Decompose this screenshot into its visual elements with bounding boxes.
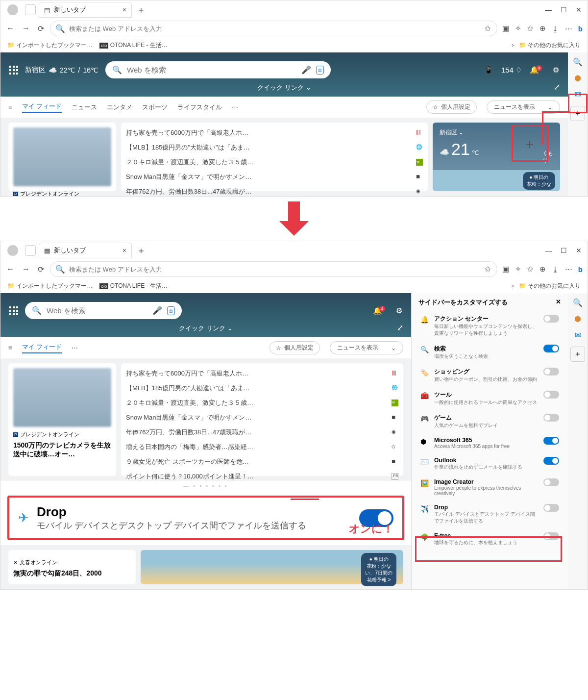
imported-bookmarks-folder[interactable]: 📁 インポートしたブックマー… [7,282,93,290]
feed-tab-entertainment[interactable]: エンタメ [107,103,132,112]
close-window-button[interactable]: ✕ [576,247,582,254]
featured-news-card[interactable]: P プレジデントオンライン 1500万円のテレビカメラを生放送中に破壊…オー… [8,363,116,476]
notifications-bell-icon[interactable]: 🔔4 [373,306,388,315]
refresh-button[interactable]: ⟳ [36,263,46,276]
feed-tab-more[interactable]: ⋯ [72,344,78,351]
favorites-icon[interactable]: ✩ [526,264,535,275]
screenshot-icon[interactable]: ▣ [501,23,510,34]
workspaces-icon[interactable] [25,4,36,15]
quick-links-toggle[interactable]: クイック リンク ⌄ [9,324,402,333]
favorite-icon[interactable]: ✩ [484,23,492,34]
collections-icon[interactable]: ⊕ [539,264,547,275]
sidebar-add-button[interactable]: ＋ [570,347,585,362]
close-window-button[interactable]: ✕ [576,6,582,14]
settings-gear-icon[interactable]: ⚙ [553,66,559,75]
weather-map-card[interactable]: ● 明日の花粉：少ない、7日間の花粉予報 > [141,550,403,584]
headline-item[interactable]: 持ち家を売って6000万円で「高級老人ホ…‖‖ [126,125,423,140]
mobile-icon[interactable]: 📱 [484,66,493,75]
personalize-button[interactable]: ☆ 個人用設定 [270,341,320,354]
quick-links-toggle[interactable]: クイック リンク ⌄ [9,83,559,92]
new-tab-button[interactable]: ＋ [137,245,146,256]
feed-tab-myfeed[interactable]: マイ フィード [22,343,62,353]
weather-summary[interactable]: 新宿区 ☁️ 22℃ / 16℃ [25,66,98,75]
app-launcher-icon[interactable] [9,306,18,315]
personalize-button[interactable]: ☆ 個人用設定 [426,100,477,114]
headline-item[interactable]: Snow Man目黒蓮「金スマ」で明かすメン…◼ [126,410,398,425]
back-button[interactable]: ← [4,263,16,275]
sidebar-search-icon[interactable]: 🔍 [573,298,583,307]
address-input[interactable] [69,25,480,32]
downloads-icon[interactable]: ⭳ [551,264,560,275]
bing-icon[interactable]: b [577,264,584,275]
item-toggle[interactable] [543,345,559,352]
feed-tab-news[interactable]: ニュース [72,103,97,112]
expand-icon[interactable]: ⤢ [554,82,560,92]
item-toggle[interactable] [543,478,559,486]
image-search-icon[interactable]: ⧈ [167,306,175,315]
sidebar-search-icon[interactable]: 🔍 [573,57,583,67]
workspaces-icon[interactable] [25,245,36,256]
feed-menu-icon[interactable]: ≡ [8,103,12,111]
carousel-dots[interactable]: — • • • • • • [0,481,411,491]
headline-item[interactable]: 年俸762万円、労働日数38日...47歳現職が…◉ [126,425,398,440]
news-display-select[interactable]: ニュースを表示 ⌄ [330,341,403,354]
screenshot-icon[interactable]: ▣ [501,264,510,275]
item-toggle[interactable] [543,368,559,375]
feed-menu-icon[interactable]: ≡ [8,344,12,351]
extensions-icon[interactable]: ✧ [514,264,522,275]
bing-icon[interactable]: b [577,24,584,34]
address-input[interactable] [69,266,480,273]
browser-tab[interactable]: ▤ 新しいタブ × [39,2,132,18]
bookmarks-overflow-icon[interactable]: › [512,42,514,49]
headline-item[interactable]: ポイント何に使う？10,000ポイント進呈！…PR [126,469,398,481]
downloads-icon[interactable]: ⭳ [551,24,560,34]
feed-tab-more[interactable]: ⋯ [232,103,238,111]
web-search-box[interactable]: 🔍 🎤 ⧈ [105,61,331,78]
otona-life-bookmark[interactable]: olo OTONA LIFE - 生活… [99,282,168,290]
headline-item[interactable]: Snow Man目黒蓮「金スマ」で明かすメン…◼ [126,170,423,184]
rewards-points[interactable]: 154 ♢ [501,66,522,75]
profile-avatar[interactable] [7,4,18,15]
browser-tab[interactable]: ▤ 新しいタブ × [39,243,132,258]
collections-icon[interactable]: ⊕ [539,23,547,34]
featured-news-card[interactable]: P プレジデントオンライン [8,123,116,191]
voice-search-icon[interactable]: 🎤 [152,306,162,315]
bookmarks-overflow-icon[interactable]: › [512,282,514,289]
headline-item[interactable]: 年俸762万円、労働日数38日...47歳現職が…◉ [126,184,423,196]
more-icon[interactable]: ⋯ [564,23,573,34]
profile-avatar[interactable] [7,245,18,256]
web-search-box[interactable]: 🔍 🎤 ⧈ [25,302,182,319]
maximize-button[interactable]: ☐ [561,6,567,14]
image-search-icon[interactable]: ⧈ [316,66,324,75]
imported-bookmarks-folder[interactable]: 📁 インポートしたブックマー… [7,41,93,50]
headline-item[interactable]: ２０キロ減量・渡辺直美、激変した３５歳…w [126,396,398,410]
close-panel-icon[interactable]: ✕ [556,298,561,307]
favorite-icon[interactable]: ✩ [484,264,492,275]
notifications-bell-icon[interactable]: 🔔4 [530,66,545,75]
headline-item[interactable]: 【MLB】185億円男の"大勘違い"は「あま…🌐 [126,140,423,155]
app-launcher-icon[interactable] [9,66,18,75]
forward-button[interactable]: → [20,22,32,35]
item-toggle[interactable] [543,457,559,465]
web-search-input[interactable] [127,66,296,74]
item-toggle[interactable] [543,414,559,422]
more-icon[interactable]: ⋯ [564,264,573,275]
settings-gear-icon[interactable]: ⚙ [396,306,402,315]
refresh-button[interactable]: ⟳ [36,22,46,35]
close-tab-icon[interactable]: × [122,6,126,14]
address-bar[interactable]: 🔍 ✩ [50,21,497,36]
otona-life-bookmark[interactable]: olo OTONA LIFE - 生活… [99,41,168,50]
item-toggle[interactable] [543,315,559,323]
voice-search-icon[interactable]: 🎤 [301,65,311,75]
sidebar-m365-icon[interactable]: ⬢ [574,314,581,324]
expand-icon[interactable]: ⤢ [397,323,403,332]
close-tab-icon[interactable]: × [122,247,126,254]
back-button[interactable]: ← [4,22,16,35]
item-toggle[interactable] [543,437,559,445]
sidebar-m365-icon[interactable]: ⬢ [574,74,581,83]
maximize-button[interactable]: ☐ [561,247,567,254]
item-toggle[interactable] [543,504,559,512]
web-search-input[interactable] [47,306,147,315]
other-favorites-folder[interactable]: 📁 その他のお気に入り [519,41,581,50]
headline-item[interactable]: 増える日本国内の「梅毒」感染者…感染経…◇ [126,440,398,454]
